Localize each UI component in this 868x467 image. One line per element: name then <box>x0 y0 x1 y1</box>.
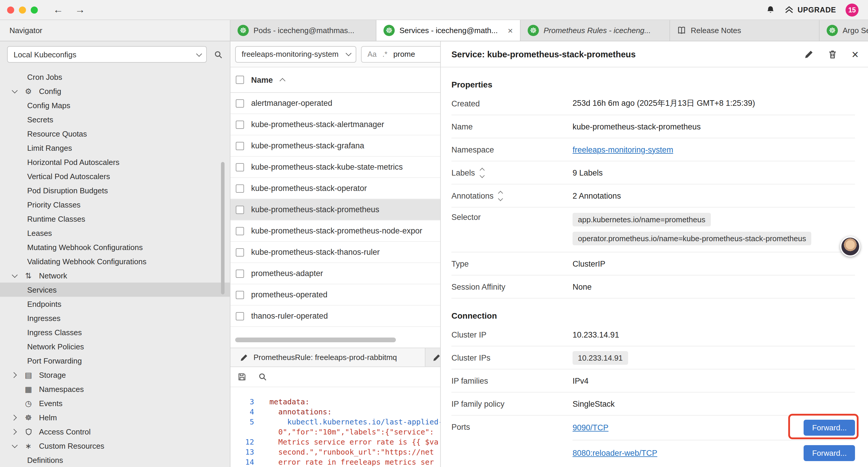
close-window-button[interactable] <box>7 6 14 13</box>
row-checkbox[interactable] <box>236 142 244 150</box>
table-search-input[interactable]: Aa .* prome <box>361 46 440 62</box>
regex-toggle[interactable]: .* <box>382 50 388 58</box>
tab-pods-icecheng-mathmas[interactable]: ☸Pods - icecheng@mathmas... <box>230 20 376 41</box>
table-row[interactable]: kube-prometheus-stack-kube-state-metrics <box>230 157 440 178</box>
dock-tab-partial[interactable] <box>426 348 440 367</box>
namespace-link[interactable]: freeleaps-monitoring-system <box>572 145 673 154</box>
namespace-filter[interactable]: freeleaps-monitoring-system <box>235 46 356 62</box>
row-name: kube-prometheus-stack-operator <box>251 184 367 193</box>
yaml-editor[interactable]: 3metadata:4 annotations:5 kubectl.kubern… <box>230 387 440 467</box>
table-row[interactable]: prometheus-operated <box>230 284 440 305</box>
row-checkbox[interactable] <box>236 184 244 193</box>
expand-toggle-icon[interactable] <box>480 168 484 177</box>
sidebar-item-ingress-classes[interactable]: Ingress Classes <box>0 325 230 339</box>
notifications-bell-icon[interactable] <box>766 5 775 14</box>
table-row[interactable]: kube-prometheus-stack-prometheus-node-ex… <box>230 221 440 242</box>
edit-resource-icon[interactable] <box>804 49 814 59</box>
select-all-checkbox[interactable] <box>236 76 244 84</box>
table-row[interactable]: kube-prometheus-stack-alertmanager <box>230 114 440 135</box>
sidebar-item-pod-disruption-budgets[interactable]: Pod Disruption Budgets <box>0 183 230 198</box>
port-link[interactable]: 8080:reloader-web/TCP <box>572 448 657 457</box>
notification-count-badge[interactable]: 15 <box>845 3 859 16</box>
sidebar-item-storage[interactable]: ▤Storage <box>0 368 230 382</box>
table-row[interactable]: kube-prometheus-stack-prometheus <box>230 199 440 221</box>
sidebar-item-port-forwarding[interactable]: Port Forwarding <box>0 353 230 368</box>
row-checkbox[interactable] <box>236 227 244 235</box>
row-checkbox[interactable] <box>236 120 244 128</box>
row-checkbox[interactable] <box>236 312 244 320</box>
row-checkbox[interactable] <box>236 205 244 214</box>
column-header-name[interactable]: Name <box>251 76 273 84</box>
editor-search-icon[interactable] <box>258 372 267 381</box>
expand-toggle-icon[interactable] <box>499 191 502 200</box>
table-row[interactable]: thanos-ruler-operated <box>230 305 440 327</box>
sidebar-item-leases[interactable]: Leases <box>0 226 230 240</box>
match-case-toggle[interactable]: Aa <box>368 50 377 58</box>
sidebar-item-services[interactable]: Services <box>0 283 230 297</box>
sidebar-item-secrets[interactable]: Secrets <box>0 112 230 126</box>
port-link[interactable]: 9090/TCP <box>572 423 609 432</box>
sidebar-item-endpoints[interactable]: Endpoints <box>0 297 230 311</box>
minimize-window-button[interactable] <box>19 6 26 13</box>
port-forward-button[interactable]: Forward... <box>804 445 855 461</box>
sidebar-item-config[interactable]: ⚙Config <box>0 84 230 98</box>
sidebar-scrollbar[interactable] <box>221 162 224 294</box>
sidebar-item-events[interactable]: ◷Events <box>0 396 230 410</box>
port-forward-button[interactable]: Forward... <box>804 420 855 436</box>
kubeconfig-selector[interactable]: Local Kubeconfigs <box>7 46 207 63</box>
sidebar-item-access-control[interactable]: Access Control <box>0 425 230 439</box>
table-row[interactable]: kube-prometheus-stack-operator <box>230 178 440 199</box>
chevron-down-icon[interactable] <box>9 89 18 93</box>
sidebar-item-runtime-classes[interactable]: Runtime Classes <box>0 212 230 226</box>
sidebar-item-cron-jobs[interactable]: Cron Jobs <box>0 70 230 84</box>
tab-services-icecheng-math[interactable]: ☸Services - icecheng@math...× <box>376 20 521 41</box>
sidebar-item-custom-resources[interactable]: ∗Custom Resources <box>0 439 230 453</box>
tab-prometheus-rules-icecheng[interactable]: ☸Prometheus Rules - icecheng... <box>521 20 670 41</box>
sidebar-item-mutating-webhook-configurations[interactable]: Mutating Webhook Configurations <box>0 240 230 254</box>
chevron-right-icon[interactable] <box>9 415 18 419</box>
table-row[interactable]: kube-prometheus-stack-grafana <box>230 135 440 157</box>
horizontal-scrollbar[interactable] <box>235 338 396 342</box>
sidebar-item-resource-quotas[interactable]: Resource Quotas <box>0 126 230 141</box>
table-row[interactable]: kube-prometheus-stack-thanos-ruler <box>230 242 440 263</box>
sidebar-item-helm[interactable]: ☸Helm <box>0 410 230 425</box>
sidebar-item-network[interactable]: ⇅Network <box>0 268 230 283</box>
close-panel-icon[interactable]: × <box>852 48 859 60</box>
row-checkbox[interactable] <box>236 163 244 171</box>
sidebar-item-ingresses[interactable]: Ingresses <box>0 311 230 325</box>
delete-resource-icon[interactable] <box>828 49 838 59</box>
maximize-window-button[interactable] <box>31 6 38 13</box>
dock-tab-prometheusrule[interactable]: PrometheusRule: freeleaps-prod-rabbitmq <box>230 348 426 367</box>
sidebar-item-config-maps[interactable]: Config Maps <box>0 98 230 112</box>
chevron-down-icon[interactable] <box>9 444 18 448</box>
sidebar-item-vertical-pod-autoscalers[interactable]: Vertical Pod Autoscalers <box>0 169 230 183</box>
sidebar-item-validating-webhook-configurations[interactable]: Validating Webhook Configurations <box>0 254 230 268</box>
table-row[interactable]: alertmanager-operated <box>230 93 440 114</box>
upgrade-button[interactable]: UPGRADE <box>784 6 836 14</box>
chevron-down-icon[interactable] <box>9 273 18 278</box>
table-row[interactable]: prometheus-adapter <box>230 263 440 284</box>
chevron-right-icon[interactable] <box>9 430 18 434</box>
sidebar-item-label: Port Forwarding <box>27 356 82 365</box>
sidebar-item-limit-ranges[interactable]: Limit Ranges <box>0 141 230 155</box>
sidebar-item-priority-classes[interactable]: Priority Classes <box>0 198 230 212</box>
row-checkbox[interactable] <box>236 248 244 256</box>
sidebar-item-horizontal-pod-autoscalers[interactable]: Horizontal Pod Autoscalers <box>0 155 230 169</box>
row-checkbox[interactable] <box>236 291 244 299</box>
sidebar-item-definitions[interactable]: Definitions <box>0 453 230 467</box>
tab-release-notes[interactable]: Release Notes <box>670 20 819 41</box>
chevron-right-icon[interactable] <box>9 373 18 377</box>
close-tab-icon[interactable]: × <box>507 25 513 35</box>
property-row-ports: Ports9090/TCPForward...8080:reloader-web… <box>452 415 855 465</box>
row-checkbox[interactable] <box>236 99 244 107</box>
forward-button[interactable]: → <box>75 5 85 15</box>
user-avatar[interactable] <box>840 236 860 257</box>
sidebar-item-network-policies[interactable]: Network Policies <box>0 339 230 353</box>
sidebar-item-namespaces[interactable]: ▦Namespaces <box>0 382 230 396</box>
back-button[interactable]: ← <box>53 5 63 15</box>
property-label-text: Created <box>452 99 480 108</box>
tab-argo-se[interactable]: ☸Argo Se <box>819 20 868 41</box>
row-checkbox[interactable] <box>236 269 244 278</box>
search-icon[interactable] <box>214 50 223 59</box>
save-icon[interactable] <box>238 372 246 381</box>
